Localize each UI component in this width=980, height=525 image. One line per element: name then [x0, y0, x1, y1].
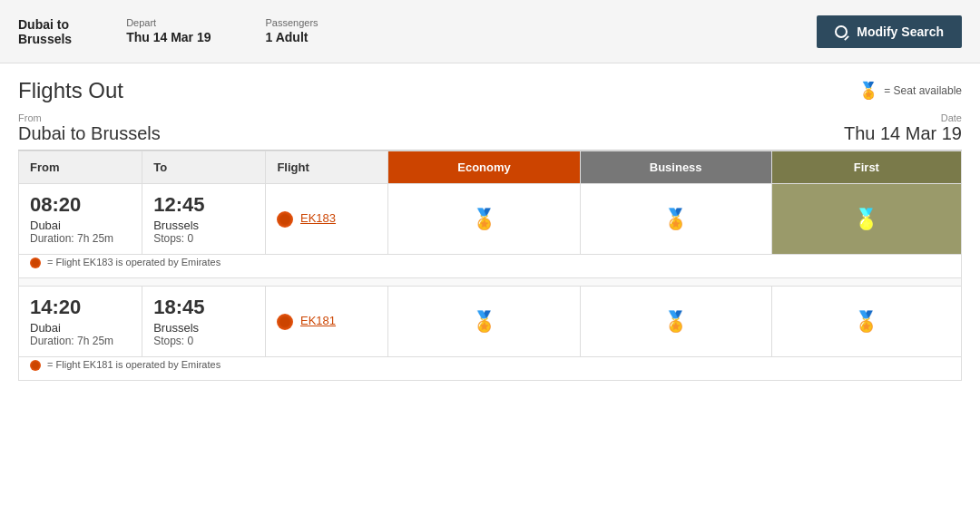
first-cell[interactable]: 🏅 — [771, 287, 961, 357]
date-label: Date — [844, 112, 962, 123]
date-value: Thu 14 Mar 19 — [844, 123, 962, 143]
flight-stops: Stops: 0 — [153, 232, 254, 245]
col-to-header: To — [142, 151, 266, 184]
modify-search-label: Modify Search — [857, 24, 944, 39]
to-time-cell: 12:45 Brussels Stops: 0 — [142, 184, 266, 255]
table-row: 14:20 Dubai Duration: 7h 25m 18:45 Bruss… — [19, 287, 962, 357]
economy-seat-icon: 🏅 — [472, 208, 496, 231]
departure-city: Dubai — [30, 219, 131, 232]
emirates-small-icon — [30, 360, 41, 371]
table-row: 08:20 Dubai Duration: 7h 25m 12:45 Bruss… — [19, 184, 962, 255]
table-header-row: From To Flight Economy Business First — [19, 151, 962, 184]
date-block: Date Thu 14 Mar 19 — [844, 112, 962, 144]
business-seat-icon: 🏅 — [663, 310, 688, 334]
from-label: From — [18, 112, 161, 123]
seat-legend: 🏅 = Seat available — [858, 81, 962, 101]
flight-duration: Duration: 7h 25m — [30, 232, 131, 245]
arrival-time: 18:45 — [153, 296, 254, 319]
modify-search-button[interactable]: Modify Search — [817, 15, 962, 48]
depart-value: Thu 14 Mar 19 — [126, 30, 211, 44]
arrival-city: Brussels — [153, 321, 254, 335]
economy-seat-icon: 🏅 — [472, 310, 496, 334]
depart-field: Depart Thu 14 Mar 19 — [126, 17, 211, 44]
flight-stops: Stops: 0 — [153, 335, 254, 347]
first-cell[interactable]: 🏅 — [771, 184, 961, 255]
main-content: Flights Out 🏅 = Seat available From Duba… — [0, 63, 980, 399]
emirates-icon — [277, 211, 293, 228]
flight-number-link[interactable]: EK181 — [300, 314, 336, 327]
economy-cell[interactable]: 🏅 — [388, 184, 580, 255]
emirates-icon — [277, 314, 293, 330]
passengers-value: 1 Adult — [266, 30, 309, 44]
from-time-cell: 14:20 Dubai Duration: 7h 25m — [19, 287, 142, 357]
search-icon — [835, 25, 848, 38]
seat-available-icon: 🏅 — [858, 81, 878, 101]
departure-city: Dubai — [30, 321, 131, 335]
business-cell[interactable]: 🏅 — [580, 287, 771, 357]
col-flight-header: Flight — [266, 151, 388, 184]
operated-by-row: = Flight EK181 is operated by Emirates — [19, 357, 962, 381]
flight-code-cell: EK181 — [266, 287, 388, 357]
col-from-header: From — [19, 151, 142, 184]
route-field: Dubai toBrussels — [18, 17, 72, 46]
from-time-cell: 08:20 Dubai Duration: 7h 25m — [19, 184, 142, 255]
header-info: Dubai toBrussels Depart Thu 14 Mar 19 Pa… — [18, 17, 318, 46]
col-economy-header: Economy — [388, 151, 580, 184]
flight-number-link[interactable]: EK183 — [300, 211, 336, 225]
flights-table: From To Flight Economy Business First 08… — [18, 151, 962, 381]
seat-legend-text: = Seat available — [884, 84, 962, 97]
depart-label: Depart — [126, 17, 211, 28]
section-title: Flights Out — [18, 78, 123, 103]
economy-cell[interactable]: 🏅 — [388, 287, 580, 357]
operated-by-row: = Flight EK183 is operated by Emirates — [19, 255, 962, 278]
departure-time: 08:20 — [30, 193, 131, 217]
departure-time: 14:20 — [30, 296, 131, 319]
col-first-header: First — [771, 151, 961, 184]
operated-by-text: = Flight EK181 is operated by Emirates — [19, 357, 962, 381]
section-title-row: Flights Out 🏅 = Seat available — [18, 78, 962, 103]
first-seat-icon: 🏅 — [854, 310, 878, 334]
passengers-label: Passengers — [266, 17, 318, 28]
flight-code-cell: EK183 — [266, 184, 388, 255]
route-date-row: From Dubai to Brussels Date Thu 14 Mar 1… — [18, 112, 962, 151]
from-block: From Dubai to Brussels — [18, 112, 161, 144]
from-value: Dubai to Brussels — [18, 123, 161, 143]
business-cell[interactable]: 🏅 — [580, 184, 771, 255]
flight-duration: Duration: 7h 25m — [30, 335, 131, 347]
passengers-field: Passengers 1 Adult — [266, 17, 318, 44]
first-seat-icon: 🏅 — [854, 208, 878, 231]
col-business-header: Business — [580, 151, 771, 184]
operated-by-text: = Flight EK183 is operated by Emirates — [19, 255, 962, 278]
header-bar: Dubai toBrussels Depart Thu 14 Mar 19 Pa… — [0, 0, 980, 63]
business-seat-icon: 🏅 — [663, 208, 688, 231]
route-value: Dubai toBrussels — [18, 17, 72, 46]
arrival-city: Brussels — [153, 219, 254, 232]
to-time-cell: 18:45 Brussels Stops: 0 — [142, 287, 266, 357]
arrival-time: 12:45 — [153, 193, 254, 217]
emirates-small-icon — [30, 258, 41, 268]
